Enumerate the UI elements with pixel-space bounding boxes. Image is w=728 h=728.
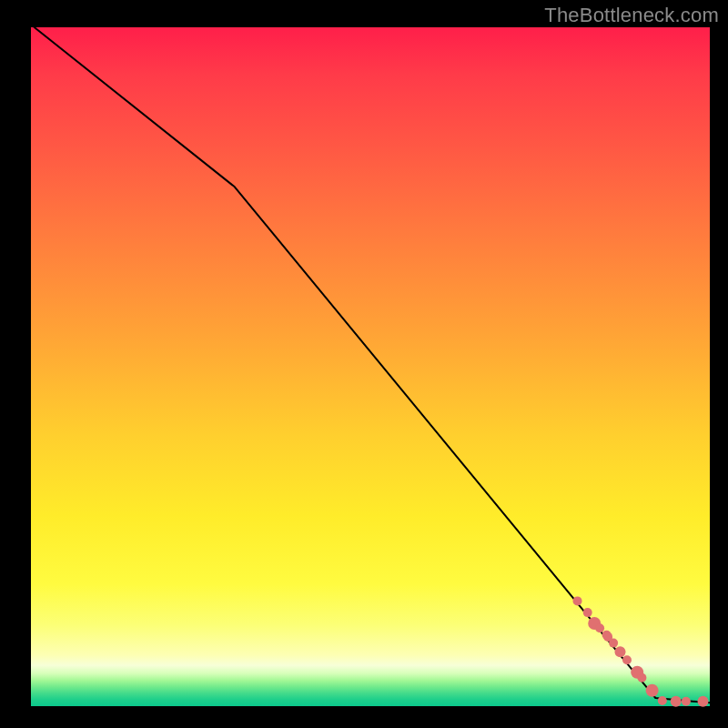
chart-point xyxy=(583,608,592,617)
chart-overlay-svg xyxy=(0,0,728,728)
chart-point xyxy=(595,623,604,632)
chart-point xyxy=(682,697,691,706)
chart-points-group xyxy=(573,596,709,706)
chart-point xyxy=(646,684,659,697)
chart-point xyxy=(637,673,646,682)
chart-point xyxy=(609,639,618,648)
chart-curve xyxy=(35,27,710,703)
attribution-label: TheBottleneck.com xyxy=(544,4,719,27)
chart-point xyxy=(573,596,582,605)
chart-point xyxy=(671,696,682,707)
chart-point xyxy=(658,696,667,705)
chart-point xyxy=(615,646,626,657)
chart-stage: TheBottleneck.com xyxy=(0,0,728,728)
chart-point xyxy=(622,655,632,664)
chart-point xyxy=(698,696,709,707)
